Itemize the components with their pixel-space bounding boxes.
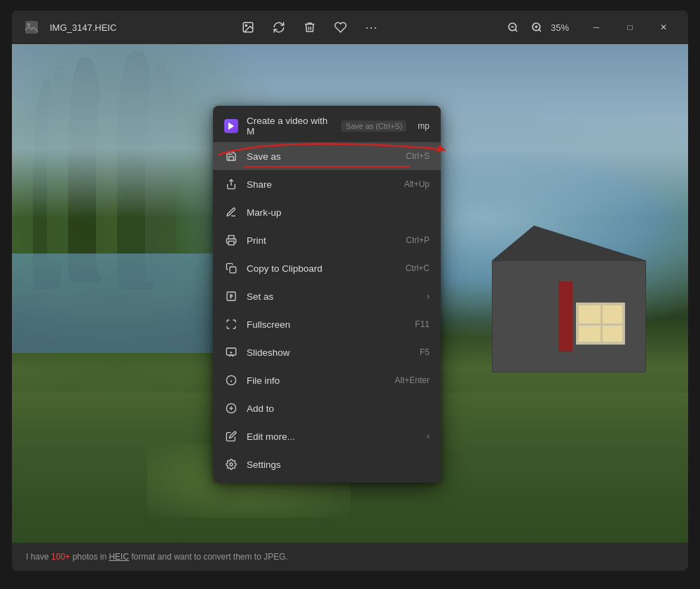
svg-line-8 bbox=[539, 29, 541, 32]
create-video-label: Create a video with M bbox=[247, 116, 333, 137]
zoom-in-button[interactable] bbox=[527, 18, 547, 37]
fileinfo-shortcut: Alt+Enter bbox=[394, 375, 430, 385]
create-video-icon bbox=[224, 119, 238, 133]
app-icon bbox=[20, 16, 43, 39]
slideshow-shortcut: F5 bbox=[420, 347, 430, 357]
svg-point-3 bbox=[245, 25, 247, 26]
copy-label: Copy to Clipboard bbox=[247, 263, 397, 274]
cabin bbox=[450, 219, 646, 373]
fileinfo-icon bbox=[224, 373, 238, 387]
slideshow-icon bbox=[224, 345, 238, 359]
share-icon bbox=[224, 177, 238, 191]
title-bar-left: IMG_3147.HEIC bbox=[20, 16, 116, 39]
copy-icon bbox=[224, 261, 238, 275]
minimize-button[interactable]: ─ bbox=[580, 16, 612, 39]
save-as-label: Save as bbox=[247, 151, 397, 162]
svg-point-1 bbox=[27, 23, 30, 26]
set-as-label: Set as bbox=[247, 291, 418, 302]
edit-more-icon bbox=[224, 429, 238, 443]
set-as-arrow: › bbox=[427, 291, 430, 301]
share-shortcut: Alt+Up bbox=[404, 179, 430, 189]
markup-label: Mark-up bbox=[247, 207, 430, 218]
app-window: IMG_3147.HEIC bbox=[12, 11, 688, 571]
title-bar-right: 35% ─ □ ✕ bbox=[503, 16, 680, 39]
menu-item-markup[interactable]: Mark-up bbox=[213, 198, 441, 226]
menu-item-addto[interactable]: Add to bbox=[213, 394, 441, 422]
title-bar: IMG_3147.HEIC bbox=[12, 11, 688, 44]
svg-line-5 bbox=[515, 29, 517, 32]
fileinfo-label: File info bbox=[247, 375, 386, 386]
photo-area: Create a video with M Save as (Ctrl+S) m… bbox=[12, 44, 688, 543]
svg-point-23 bbox=[230, 463, 233, 466]
menu-item-share[interactable]: Share Alt+Up bbox=[213, 170, 441, 198]
settings-icon bbox=[224, 457, 238, 471]
menu-item-fileinfo[interactable]: File info Alt+Enter bbox=[213, 366, 441, 394]
more-button[interactable]: ··· bbox=[359, 15, 384, 40]
addto-label: Add to bbox=[247, 403, 430, 414]
zoom-level: 35% bbox=[551, 22, 569, 33]
menu-item-print[interactable]: Print Ctrl+P bbox=[213, 226, 441, 254]
zoom-out-button[interactable] bbox=[503, 18, 523, 37]
svg-rect-0 bbox=[25, 21, 38, 34]
more-dots-icon: ··· bbox=[365, 20, 378, 35]
markup-icon bbox=[224, 205, 238, 219]
context-menu: Create a video with M Save as (Ctrl+S) m… bbox=[213, 106, 441, 483]
save-as-shortcut: Ctrl+S bbox=[406, 151, 430, 161]
bottom-bar-text: I have 100+ photos in HEIC format and wa… bbox=[26, 552, 288, 562]
rotate-button[interactable] bbox=[266, 15, 291, 40]
bottom-bar: I have 100+ photos in HEIC format and wa… bbox=[12, 543, 688, 571]
print-label: Print bbox=[247, 235, 397, 246]
menu-item-copy[interactable]: Copy to Clipboard Ctrl+C bbox=[213, 254, 441, 282]
edit-button[interactable] bbox=[235, 15, 261, 40]
red-underline bbox=[244, 166, 410, 167]
menu-item-settings[interactable]: Settings bbox=[213, 450, 441, 478]
zoom-area: 35% bbox=[503, 18, 569, 37]
maximize-button[interactable]: □ bbox=[614, 16, 646, 39]
heic-link[interactable]: 100+ bbox=[51, 552, 70, 562]
share-label: Share bbox=[247, 179, 396, 190]
print-shortcut: Ctrl+P bbox=[406, 235, 430, 245]
menu-item-save-as[interactable]: Save as Ctrl+S bbox=[213, 142, 441, 170]
svg-rect-13 bbox=[228, 241, 234, 244]
copy-shortcut: Ctrl+C bbox=[406, 263, 430, 273]
svg-rect-14 bbox=[230, 267, 236, 273]
create-video-shortcut: Save as (Ctrl+S) bbox=[341, 120, 406, 132]
slideshow-label: Slideshow bbox=[247, 347, 411, 358]
mp-label: mp bbox=[418, 121, 430, 131]
set-as-icon bbox=[224, 289, 238, 303]
fullscreen-shortcut: F11 bbox=[415, 319, 430, 329]
menu-item-set-as[interactable]: Set as › bbox=[213, 282, 441, 310]
fullscreen-icon bbox=[224, 317, 238, 331]
menu-item-create-video[interactable]: Create a video with M Save as (Ctrl+S) m… bbox=[213, 110, 441, 142]
edit-more-label: Edit more... bbox=[247, 431, 418, 442]
close-button[interactable]: ✕ bbox=[647, 16, 680, 39]
window-controls: ─ □ ✕ bbox=[580, 16, 680, 39]
fullscreen-label: Fullscreen bbox=[247, 319, 406, 330]
svg-marker-11 bbox=[228, 123, 234, 130]
favorite-button[interactable] bbox=[328, 15, 353, 40]
save-as-icon bbox=[224, 149, 238, 163]
settings-label: Settings bbox=[247, 459, 430, 470]
menu-item-edit-more[interactable]: Edit more... › bbox=[213, 422, 441, 450]
addto-icon bbox=[224, 401, 238, 415]
menu-item-slideshow[interactable]: Slideshow F5 bbox=[213, 338, 441, 366]
delete-button[interactable] bbox=[297, 15, 322, 40]
menu-item-fullscreen[interactable]: Fullscreen F11 bbox=[213, 310, 441, 338]
edit-more-arrow: › bbox=[427, 431, 430, 441]
file-name: IMG_3147.HEIC bbox=[50, 22, 116, 33]
toolbar-area: ··· bbox=[116, 15, 503, 40]
print-icon bbox=[224, 233, 238, 247]
